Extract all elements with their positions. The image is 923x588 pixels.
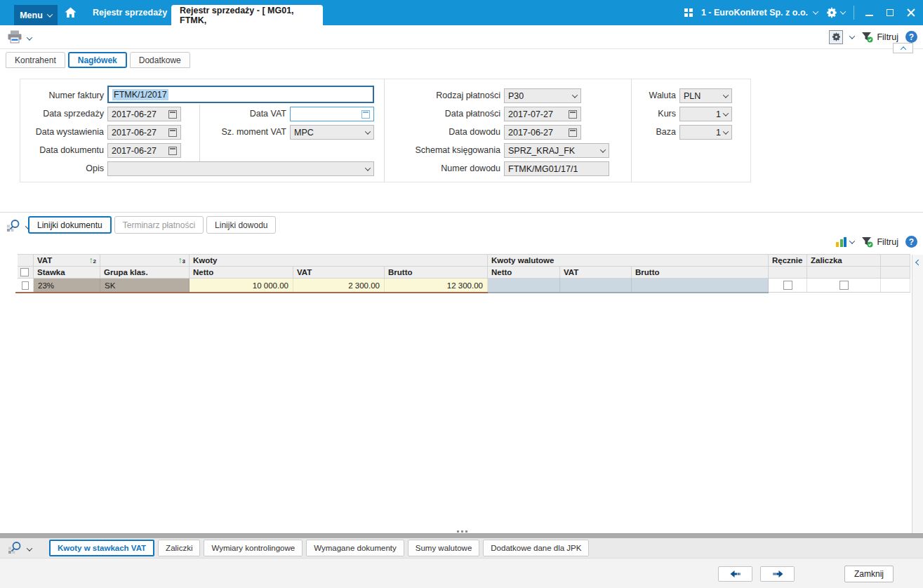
organizer-button[interactable] xyxy=(829,30,843,44)
settings-menu[interactable] xyxy=(826,7,845,18)
tab-dodatkowe[interactable]: Dodatkowe xyxy=(130,52,190,68)
cell-netto[interactable]: 10 000.00 xyxy=(190,279,293,292)
calendar-icon[interactable] xyxy=(168,147,177,155)
rodzaj-platnosci-dropdown[interactable]: P30 xyxy=(504,88,581,103)
baza-label: Baza xyxy=(634,125,676,140)
tab-wymiary-kontrolingowe[interactable]: Wymiary kontrolingowe xyxy=(204,540,303,556)
opis-dropdown[interactable] xyxy=(107,161,374,176)
recznie-checkbox[interactable] xyxy=(783,281,792,290)
tab-kontrahent[interactable]: Kontrahent xyxy=(6,52,65,68)
cell-walutowe-vat[interactable] xyxy=(560,279,632,292)
select-all-checkbox[interactable] xyxy=(20,268,29,276)
cell-walutowe-brutto[interactable] xyxy=(632,279,769,292)
data-platnosci-input[interactable]: 2017-07-27 xyxy=(504,107,581,121)
column-header-vat[interactable]: VAT xyxy=(293,267,385,279)
cell-brutto[interactable]: 12 300.00 xyxy=(385,279,488,292)
company-selector[interactable]: 1 - EuroKonkret Sp. z o.o. xyxy=(701,8,818,18)
numer-faktury-input[interactable]: FTMK/1/2017 xyxy=(107,86,374,103)
data-sprzedazy-label: Data sprzedaży xyxy=(13,107,104,121)
home-button[interactable] xyxy=(65,7,77,21)
grid-search-button[interactable] xyxy=(6,219,21,236)
maximize-icon xyxy=(887,9,894,16)
menu-button[interactable]: Menu xyxy=(14,5,58,25)
tab-rejestr-sprzedazy-document[interactable]: Rejestr sprzedaży - [ MG01, FTMK, xyxy=(171,5,323,25)
tab-linijki-dowodu[interactable]: Linijki dowodu xyxy=(206,216,276,234)
tab-naglowek[interactable]: Nagłówek xyxy=(68,52,127,68)
numer-dowodu-input[interactable]: FTMK/MG01/17/1 xyxy=(504,161,609,176)
cell-walutowe-netto[interactable] xyxy=(488,279,560,292)
bottom-grid-search-button[interactable] xyxy=(7,541,22,558)
calendar-icon[interactable] xyxy=(569,128,577,137)
filter-button[interactable]: Filtruj xyxy=(861,32,898,43)
print-button[interactable] xyxy=(7,30,22,46)
data-sprzedazy-input[interactable]: 2017-06-27 xyxy=(107,107,181,121)
cell-vat[interactable]: 2 300.00 xyxy=(293,279,385,292)
calendar-icon[interactable] xyxy=(361,110,370,119)
cell-stawka[interactable]: 23% xyxy=(34,279,100,292)
previous-record-button[interactable] xyxy=(718,566,752,582)
zaliczka-checkbox[interactable] xyxy=(839,281,849,290)
tab-terminarz-platnosci[interactable]: Terminarz płatności xyxy=(114,216,204,234)
tab-kwoty-w-stawkach-vat[interactable]: Kwoty w stawkach VAT xyxy=(49,540,154,556)
tab-linijki-dokumentu[interactable]: Linijki dokumentu xyxy=(28,216,112,234)
row-checkbox[interactable] xyxy=(22,281,29,290)
section-divider xyxy=(0,212,923,213)
data-vat-input[interactable] xyxy=(290,107,374,121)
help-button[interactable]: ? xyxy=(905,31,917,43)
grid-filter-button[interactable]: Filtruj xyxy=(861,236,898,248)
column-header-zaliczka[interactable]: Zaliczka xyxy=(807,255,881,267)
close-button[interactable] xyxy=(905,4,917,21)
column-header-walutowe-brutto[interactable]: Brutto xyxy=(632,267,769,279)
horizontal-splitter[interactable] xyxy=(0,533,923,538)
chart-view-button[interactable] xyxy=(836,237,854,247)
grid-help-button[interactable]: ? xyxy=(905,236,917,248)
column-header-empty xyxy=(881,255,910,267)
column-header-recznie[interactable]: Ręcznie xyxy=(769,255,807,267)
tab-rejestr-sprzedazy[interactable]: Rejestr sprzedaży xyxy=(83,0,177,25)
calendar-icon[interactable] xyxy=(168,110,177,119)
calendar-icon[interactable] xyxy=(168,128,177,137)
gear-icon xyxy=(826,7,837,18)
minimize-button[interactable] xyxy=(863,4,875,21)
group-header-kwoty: Kwoty xyxy=(190,255,488,267)
select-all-cell xyxy=(18,267,34,279)
next-record-button[interactable] xyxy=(760,566,795,582)
tab-wymagane-dokumenty[interactable]: Wymagane dokumenty xyxy=(306,540,404,556)
chevron-down-icon[interactable] xyxy=(27,545,32,551)
tab-zaliczki[interactable]: Zaliczki xyxy=(158,540,200,556)
group-header-vat: VAT 2 xyxy=(34,255,100,267)
moment-vat-dropdown[interactable]: MPC xyxy=(290,125,374,140)
tab-dodatkowe-dane-dla-jpk[interactable]: Dodatkowe dane dla JPK xyxy=(483,540,589,556)
column-header-walutowe-vat[interactable]: VAT xyxy=(560,267,632,279)
chevron-down-icon xyxy=(723,128,729,134)
column-header-netto[interactable]: Netto xyxy=(190,267,293,279)
collapsed-side-panel[interactable] xyxy=(912,255,923,533)
tab-sumy-walutowe[interactable]: Sumy walutowe xyxy=(408,540,480,556)
data-dowodu-input[interactable]: 2017-06-27 xyxy=(504,125,581,140)
application-window: Menu Rejestr sprzedaży Rejestr sprzedaży… xyxy=(0,0,923,588)
waluta-dropdown[interactable]: PLN xyxy=(679,88,732,103)
maximize-button[interactable] xyxy=(884,4,896,21)
column-header-grupa-klas[interactable]: Grupa klas. xyxy=(100,267,190,279)
sort-asc-icon[interactable]: 3 xyxy=(178,256,185,265)
column-header-walutowe-netto[interactable]: Netto xyxy=(488,267,560,279)
chevron-down-icon xyxy=(813,8,818,14)
close-form-button[interactable]: Zamknij xyxy=(844,566,894,582)
help-icon: ? xyxy=(909,237,914,247)
schemat-ksiegowania-dropdown[interactable]: SPRZ_KRAJ_FK xyxy=(504,143,609,158)
collapse-header-button[interactable] xyxy=(893,43,913,53)
sort-asc-icon[interactable]: 2 xyxy=(89,256,96,265)
modules-grid-icon[interactable] xyxy=(684,8,693,17)
focused-row-underline xyxy=(488,292,769,293)
column-header-stawka[interactable]: Stawka xyxy=(34,267,100,279)
data-dokumentu-input[interactable]: 2017-06-27 xyxy=(107,143,181,158)
bottom-tabs: Kwoty w stawkach VAT Zaliczki Wymiary ko… xyxy=(49,540,589,556)
print-options-chevron-icon[interactable] xyxy=(27,34,32,40)
data-wystawienia-input[interactable]: 2017-06-27 xyxy=(107,125,181,140)
baza-dropdown[interactable]: 1 xyxy=(679,125,732,140)
cell-grupa-klas[interactable]: SK xyxy=(100,279,190,292)
organizer-chevron-icon[interactable] xyxy=(849,33,855,39)
calendar-icon[interactable] xyxy=(569,110,577,119)
kurs-dropdown[interactable]: 1 xyxy=(679,107,732,121)
column-header-brutto[interactable]: Brutto xyxy=(385,267,488,279)
